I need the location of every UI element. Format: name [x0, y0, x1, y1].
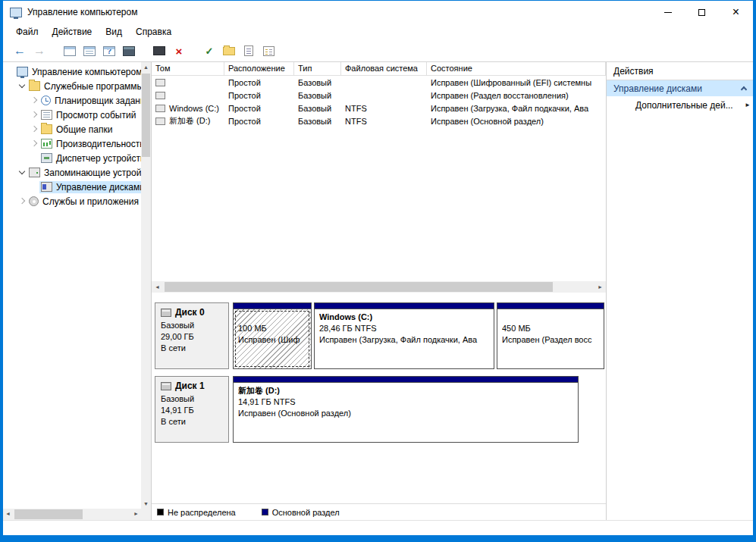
- tree-item-computer-management[interactable]: Управление компьютером (л: [3, 64, 141, 79]
- tree-item-task-scheduler[interactable]: Планировщик заданий: [3, 93, 141, 108]
- scroll-track[interactable]: [13, 509, 131, 520]
- tree-horizontal-scrollbar[interactable]: ◄ ►: [3, 509, 141, 520]
- menu-help[interactable]: Справка: [129, 25, 178, 39]
- console-tree: Управление компьютером (л Служебные прог…: [3, 62, 141, 509]
- tree-item-services-apps[interactable]: Службы и приложения: [3, 194, 141, 208]
- scroll-left-icon[interactable]: ◄: [3, 509, 13, 519]
- scroll-thumb[interactable]: [14, 509, 83, 519]
- chevron-placeholder: [30, 153, 39, 163]
- scroll-right-icon[interactable]: ►: [594, 281, 606, 293]
- tree-item-shared-folders[interactable]: Общие папки: [3, 122, 141, 136]
- chevron-collapsed-icon[interactable]: [30, 110, 39, 120]
- tree-item-system-tools[interactable]: Служебные программы: [3, 79, 141, 93]
- column-header-status[interactable]: Состояние: [427, 62, 606, 76]
- maximize-button[interactable]: [685, 1, 719, 23]
- app-icon: [10, 8, 22, 17]
- check-icon: ✓: [205, 45, 214, 57]
- partition-recovery[interactable]: 450 МБ Исправен (Раздел восс: [497, 302, 604, 369]
- scroll-thumb[interactable]: [142, 74, 150, 157]
- partition-d[interactable]: 新加卷 (D:) 14,91 ГБ NTFS Исправен (Основно…: [233, 376, 579, 443]
- actions-title: Действия: [607, 62, 753, 80]
- screen-icon: [153, 46, 165, 55]
- disk-0-label[interactable]: Диск 0 Базовый 29,00 ГБ В сети: [155, 302, 229, 369]
- column-header-type[interactable]: Тип: [294, 62, 341, 76]
- menu-action[interactable]: Действие: [45, 25, 99, 39]
- check-volume-button[interactable]: ✓: [200, 42, 218, 60]
- tree-item-event-viewer[interactable]: Просмотр событий: [3, 108, 141, 122]
- legend-primary-partition: Основной раздел: [262, 508, 340, 517]
- volume-row[interactable]: Простой Базовый Исправен (Раздел восстан…: [152, 89, 606, 102]
- console-window-button[interactable]: [120, 42, 138, 60]
- menu-view[interactable]: Вид: [99, 25, 129, 39]
- close-button[interactable]: ×: [719, 1, 753, 23]
- volume-row[interactable]: 新加卷 (D:) Простой Базовый NTFS Исправен (…: [152, 114, 606, 127]
- disk-icon: [161, 309, 171, 317]
- collapse-section-icon[interactable]: [741, 86, 747, 92]
- window-bottom-strip: [3, 520, 753, 534]
- volumes-header: Том Расположение Тип Файловая система Со…: [152, 62, 606, 76]
- console-tree-button[interactable]: [61, 42, 79, 60]
- scroll-down-icon[interactable]: ▼: [141, 499, 151, 509]
- computer-management-window: Управление компьютером × Файл Действие В…: [0, 0, 756, 542]
- scroll-track[interactable]: [141, 72, 151, 499]
- chevron-expanded-icon[interactable]: [17, 168, 27, 177]
- help-button[interactable]: ?: [100, 42, 118, 60]
- chevron-collapsed-icon[interactable]: [30, 139, 39, 149]
- console-tree-icon: [64, 46, 76, 56]
- performance-icon: [41, 139, 52, 149]
- chevron-placeholder: [5, 67, 15, 77]
- volume-row[interactable]: Windows (C:) Простой Базовый NTFS Исправ…: [152, 102, 606, 114]
- export-list-button[interactable]: [80, 42, 99, 60]
- actions-more-actions[interactable]: Дополнительные дей... ►: [607, 96, 753, 114]
- minimize-button[interactable]: [651, 1, 685, 23]
- scroll-up-icon[interactable]: ▲: [141, 62, 151, 72]
- menubar: Файл Действие Вид Справка: [3, 23, 753, 40]
- document-icon: [244, 45, 253, 56]
- volumes-list: Том Расположение Тип Файловая система Со…: [152, 62, 606, 281]
- tree-item-device-manager[interactable]: Диспетчер устройств: [3, 151, 141, 165]
- chevron-collapsed-icon[interactable]: [30, 124, 39, 134]
- chevron-collapsed-icon[interactable]: [30, 96, 39, 105]
- delete-volume-button[interactable]: ×: [170, 42, 188, 60]
- column-header-filesystem[interactable]: Файловая система: [341, 62, 427, 76]
- tree-vertical-scrollbar[interactable]: ▲ ▼: [141, 62, 151, 509]
- storage-icon: [29, 168, 40, 177]
- column-header-layout[interactable]: Расположение: [224, 62, 294, 76]
- disk-row-0: Диск 0 Базовый 29,00 ГБ В сети 100 МБ Ис…: [155, 302, 603, 369]
- disk-1-label[interactable]: Диск 1 Базовый 14,91 ГБ В сети: [155, 376, 229, 443]
- actions-section-disk-management[interactable]: Управление дисками: [607, 80, 753, 96]
- forward-button[interactable]: →: [30, 42, 49, 60]
- tree-item-storage[interactable]: Запоминающие устройст: [3, 165, 141, 180]
- computer-icon: [17, 67, 28, 77]
- chevron-expanded-icon[interactable]: [17, 81, 27, 91]
- scroll-thumb[interactable]: [165, 282, 553, 292]
- column-header-volume[interactable]: Том: [152, 62, 224, 76]
- unallocated-swatch-icon: [157, 509, 164, 515]
- scroll-right-icon[interactable]: ►: [131, 509, 141, 519]
- minimize-icon: [664, 12, 672, 13]
- system-tools-icon: [29, 81, 40, 91]
- actions-pane: Действия Управление дисками Дополнительн…: [607, 62, 753, 520]
- back-button[interactable]: ←: [11, 42, 29, 60]
- partition-efi[interactable]: 100 МБ Исправен (Шиф: [233, 302, 312, 369]
- tree-item-performance[interactable]: Производительность: [3, 136, 141, 151]
- scroll-left-icon[interactable]: ◄: [152, 281, 163, 293]
- window-controls: ×: [651, 1, 753, 23]
- chevron-collapsed-icon[interactable]: [17, 196, 27, 206]
- titlebar: Управление компьютером ×: [3, 1, 753, 23]
- scroll-track[interactable]: [163, 281, 594, 293]
- fields-button[interactable]: [259, 42, 278, 60]
- window-title: Управление компьютером: [27, 7, 137, 17]
- menu-file[interactable]: Файл: [9, 25, 45, 39]
- primary-partition-swatch-icon: [262, 509, 268, 515]
- tree-item-disk-management[interactable]: Управление дисками: [3, 180, 141, 194]
- screen-button[interactable]: [150, 42, 168, 60]
- volume-icon: [155, 79, 165, 86]
- list-horizontal-scrollbar[interactable]: ◄ ►: [152, 281, 606, 293]
- volume-row[interactable]: Простой Базовый Исправен (Шифрованный (E…: [152, 76, 606, 89]
- forward-icon: →: [33, 44, 45, 58]
- open-folder-button[interactable]: [220, 42, 238, 60]
- edit-button[interactable]: [240, 42, 258, 60]
- main-content: Управление компьютером (л Служебные прог…: [3, 62, 753, 520]
- partition-windows-c[interactable]: Windows (C:) 28,46 ГБ NTFS Исправен (Заг…: [314, 302, 494, 369]
